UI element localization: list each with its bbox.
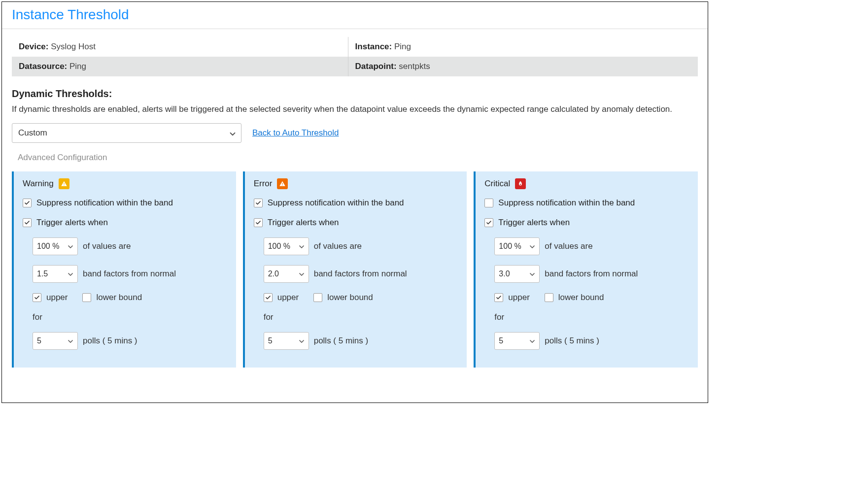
device-value: Syslog Host [51,42,96,51]
chevron-down-icon [298,243,305,250]
threshold-mode-select[interactable]: Custom [12,123,241,143]
severity-card-critical: CriticalSuppress notification within the… [474,171,698,368]
svg-rect-2 [282,183,283,184]
instance-cell: Instance: Ping [348,37,698,57]
polls-row: 5polls ( 5 mins ) [33,332,227,350]
chevron-down-icon [67,270,73,277]
of-values-label: of values are [83,241,131,251]
lower-checkbox[interactable] [313,293,322,302]
device-cell: Device: Syslog Host [12,37,348,57]
lower-label: lower bound [327,293,373,302]
polls-select[interactable]: 5 [264,332,309,350]
polls-label: polls ( 5 mins ) [545,336,599,346]
band-factor-row: 1.5band factors from normal [33,265,227,283]
upper-checkbox[interactable] [494,293,503,302]
suppress-label: Suppress notification within the band [498,198,635,208]
severity-title: Critical [484,179,510,189]
advanced-configuration-label: Advanced Configuration [18,153,698,163]
datapoint-value: sentpkts [399,62,430,71]
lower-label: lower bound [96,293,142,302]
instance-label: Instance: [355,42,392,51]
band-factors-label: band factors from normal [83,269,176,279]
polls-select[interactable]: 5 [494,332,540,350]
datapoint-label: Datapoint: [355,62,397,71]
dynamic-description: If dynamic thresholds are enabled, alert… [12,104,698,114]
severity-card-error: ErrorSuppress notification within the ba… [243,171,467,368]
for-label: for [494,312,689,322]
band-factor-select[interactable]: 2.0 [264,265,309,283]
trigger-checkbox[interactable] [484,218,493,227]
severity-title: Error [254,179,273,189]
chevron-down-icon [298,337,305,344]
upper-label: upper [508,293,529,302]
bounds-row: upperlower bound [264,293,458,302]
error-icon [277,178,288,189]
polls-row: 5polls ( 5 mins ) [264,332,458,350]
upper-checkbox[interactable] [264,293,273,302]
suppress-row: Suppress notification within the band [254,198,458,208]
page-title: Instance Threshold [12,7,698,23]
suppress-label: Suppress notification within the band [36,198,173,208]
polls-label: polls ( 5 mins ) [83,336,137,346]
dynamic-heading: Dynamic Thresholds: [12,88,698,100]
card-head: Warning [23,178,227,189]
svg-rect-1 [64,185,64,185]
chevron-down-icon [67,243,73,250]
polls-row: 5polls ( 5 mins ) [494,332,689,350]
warning-icon [59,178,69,189]
card-head: Critical [484,178,689,189]
suppress-checkbox[interactable] [484,199,493,207]
lower-checkbox[interactable] [82,293,91,302]
back-to-auto-link[interactable]: Back to Auto Threshold [252,128,339,138]
polls-select[interactable]: 5 [33,332,78,350]
chevron-down-icon [298,270,305,277]
suppress-row: Suppress notification within the band [484,198,689,208]
datapoint-cell: Datapoint: sentpkts [348,57,698,76]
of-values-label: of values are [314,241,362,251]
instance-value: Ping [394,42,411,51]
svg-rect-0 [64,183,64,184]
suppress-row: Suppress notification within the band [23,198,227,208]
percent-row: 100 %of values are [33,237,227,255]
critical-icon [515,178,526,189]
chevron-down-icon [67,337,73,344]
bounds-row: upperlower bound [33,293,227,302]
app-frame: Instance Threshold Device: Syslog Host I… [1,1,708,403]
severity-card-warning: WarningSuppress notification within the … [12,171,236,368]
lower-checkbox[interactable] [545,293,553,302]
suppress-label: Suppress notification within the band [268,198,404,208]
trigger-label: Trigger alerts when [36,218,108,228]
trigger-checkbox[interactable] [254,218,263,227]
band-factor-select[interactable]: 1.5 [33,265,78,283]
band-factors-label: band factors from normal [314,269,407,279]
info-table: Device: Syslog Host Instance: Ping Datas… [12,37,698,76]
percent-select[interactable]: 100 % [494,237,540,255]
trigger-label: Trigger alerts when [498,218,570,228]
upper-checkbox[interactable] [33,293,41,302]
trigger-row: Trigger alerts when [484,218,689,228]
trigger-label: Trigger alerts when [268,218,339,228]
percent-row: 100 %of values are [264,237,458,255]
card-head: Error [254,178,458,189]
severity-title: Warning [23,179,54,189]
suppress-checkbox[interactable] [254,199,263,207]
trigger-row: Trigger alerts when [254,218,458,228]
datasource-label: Datasource: [19,62,67,71]
datasource-value: Ping [69,62,86,71]
svg-point-4 [520,184,521,185]
percent-select[interactable]: 100 % [33,237,78,255]
band-factor-row: 3.0band factors from normal [494,265,689,283]
svg-rect-3 [282,185,283,185]
device-label: Device: [19,42,48,51]
severity-cards-row: WarningSuppress notification within the … [12,171,698,368]
bounds-row: upperlower bound [494,293,689,302]
chevron-down-icon [528,270,535,277]
band-factor-row: 2.0band factors from normal [264,265,458,283]
suppress-checkbox[interactable] [23,199,32,207]
percent-select[interactable]: 100 % [264,237,309,255]
for-label: for [264,312,458,322]
trigger-checkbox[interactable] [23,218,32,227]
chevron-down-icon [528,337,535,344]
trigger-row: Trigger alerts when [23,218,227,228]
band-factor-select[interactable]: 3.0 [494,265,540,283]
